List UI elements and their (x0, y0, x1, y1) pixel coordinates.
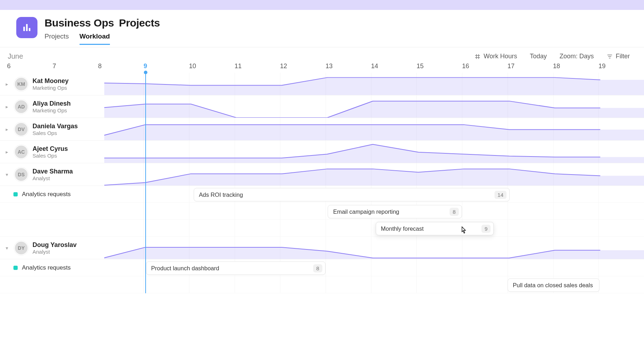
work-hours-label: Work Hours (484, 53, 517, 60)
group-label: Analytics requests (22, 191, 71, 198)
avatar: DY (14, 241, 28, 255)
page-header: Business Ops Projects Projects Workload (0, 10, 644, 45)
task-card-forecast[interactable]: Monthly forecast 9 (376, 222, 494, 235)
today-indicator-dot (144, 71, 147, 74)
person-row[interactable]: ▾ DS Dave Sharma Analyst (0, 163, 104, 186)
chevron-right-icon[interactable]: ▸ (4, 104, 10, 110)
task-card-launch[interactable]: Product launch dashboard 8 (146, 261, 326, 275)
person-role: Sales Ops (33, 153, 68, 159)
person-name: Daniela Vargas (33, 123, 78, 130)
avatar: AC (14, 145, 28, 159)
timeline-day[interactable]: 18 (553, 63, 599, 70)
group-color-dot (13, 266, 18, 270)
task-group[interactable]: Analytics requests (0, 259, 104, 276)
work-hours-button[interactable]: Work Hours (474, 53, 517, 60)
task-card-ads-roi[interactable]: Ads ROI tracking 14 (194, 188, 510, 201)
group-label: Analytics requests (22, 264, 71, 271)
task-hours-badge: 14 (494, 191, 507, 199)
zoom-button[interactable]: Zoom: Days (560, 53, 594, 60)
workspace-title: Business Ops (45, 17, 114, 29)
svg-rect-0 (23, 27, 25, 31)
avatar: KM (14, 77, 28, 91)
task-label: Email campaign reporting (333, 208, 399, 215)
chevron-down-icon[interactable]: ▾ (4, 172, 10, 177)
person-row[interactable]: ▸ AD Aliya Dinesh Marketing Ops (0, 95, 104, 118)
timeline-day[interactable]: 17 (508, 63, 553, 70)
workspace-icon (16, 17, 37, 38)
person-role: Analyst (33, 175, 73, 181)
page-tabs: Projects Workload (45, 33, 160, 45)
filter-button[interactable]: Filter (607, 53, 630, 60)
timeline-toolbar: June Work Hours Today Zoom: Days Filter (0, 47, 644, 63)
bar-chart-icon (22, 22, 32, 33)
avatar: DV (14, 122, 28, 136)
filter-icon (607, 53, 613, 60)
today-indicator-line (145, 73, 146, 293)
avatar: DS (14, 167, 28, 182)
timeline-day[interactable]: 13 (326, 63, 371, 70)
person-name: Aliya Dinesh (33, 100, 71, 107)
timeline-day[interactable]: 8 (98, 63, 144, 70)
timeline-day[interactable]: 11 (235, 63, 280, 70)
chevron-down-icon[interactable]: ▾ (4, 245, 10, 251)
task-label: Monthly forecast (381, 225, 424, 232)
person-role: Sales Ops (33, 130, 78, 136)
svg-rect-2 (29, 28, 30, 31)
person-row[interactable]: ▸ KM Kat Mooney Marketing Ops (0, 73, 104, 95)
task-label: Pull data on closed sales deals (513, 282, 593, 289)
filter-label: Filter (616, 53, 630, 60)
timeline-day[interactable]: 19 (598, 63, 644, 70)
task-hours-badge: 9 (481, 225, 491, 233)
zoom-label: Zoom: Days (560, 53, 594, 60)
task-group[interactable]: Analytics requests (0, 186, 104, 203)
person-name: Dave Sharma (33, 168, 73, 175)
person-row[interactable]: ▾ DY Doug Yaroslav Analyst (0, 237, 104, 259)
timeline-day[interactable]: 14 (371, 63, 417, 70)
page-title: Projects (119, 17, 160, 29)
tab-workload[interactable]: Workload (80, 33, 110, 45)
chevron-right-icon[interactable]: ▸ (4, 126, 10, 132)
timeline-day[interactable]: 12 (280, 63, 326, 70)
top-banner (0, 0, 644, 10)
timeline-day[interactable]: 7 (53, 63, 98, 70)
timeline-day[interactable]: 15 (416, 63, 462, 70)
person-role: Analyst (33, 249, 77, 255)
workload-grid: ▸ KM Kat Mooney Marketing Ops ▸ AD Aliya… (0, 73, 644, 293)
timeline-day[interactable]: 6 (7, 63, 53, 70)
person-role: Marketing Ops (33, 85, 69, 91)
grid-icon (474, 53, 481, 60)
timeline-day[interactable]: 16 (462, 63, 508, 70)
timeline-day[interactable]: 9 (144, 63, 189, 70)
person-row[interactable]: ▸ DV Daniela Vargas Sales Ops (0, 118, 104, 141)
month-label: June (8, 52, 23, 60)
chevron-right-icon[interactable]: ▸ (4, 149, 10, 155)
task-hours-badge: 8 (313, 264, 322, 272)
person-row[interactable]: ▸ AC Ajeet Cyrus Sales Ops (0, 141, 104, 163)
svg-rect-1 (26, 24, 28, 31)
person-name: Kat Mooney (33, 77, 69, 85)
task-card-email[interactable]: Email campaign reporting 8 (328, 205, 462, 218)
today-button[interactable]: Today (530, 53, 547, 60)
person-role: Marketing Ops (33, 107, 71, 113)
avatar: AD (14, 100, 28, 114)
task-label: Ads ROI tracking (199, 191, 243, 198)
tab-projects[interactable]: Projects (45, 33, 69, 45)
group-color-dot (13, 192, 18, 196)
chevron-right-icon[interactable]: ▸ (4, 81, 10, 87)
timeline-header: 678910111213141516171819 (0, 63, 644, 73)
task-card-closed-deals[interactable]: Pull data on closed sales deals (508, 278, 599, 292)
task-label: Product launch dashboard (151, 265, 219, 272)
person-name: Ajeet Cyrus (33, 145, 68, 153)
timeline-day[interactable]: 10 (189, 63, 235, 70)
today-label: Today (530, 53, 547, 60)
person-name: Doug Yaroslav (33, 241, 77, 249)
people-sidebar: ▸ KM Kat Mooney Marketing Ops ▸ AD Aliya… (0, 73, 104, 293)
task-hours-badge: 8 (450, 208, 459, 216)
